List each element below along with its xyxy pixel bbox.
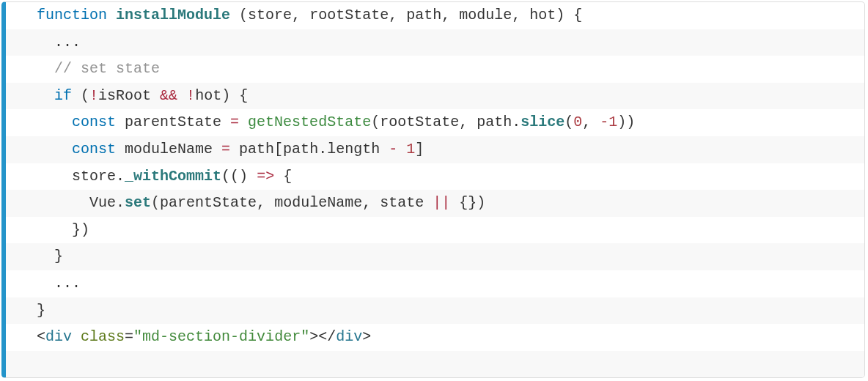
param: module <box>459 7 512 23</box>
punct: . <box>512 114 521 130</box>
brace: { <box>239 87 248 104</box>
param: store <box>248 7 292 23</box>
brace: } <box>54 248 63 265</box>
method: _withCommit <box>125 168 221 185</box>
punct: . <box>116 168 125 185</box>
param: hot <box>529 7 556 23</box>
punct: {}) <box>459 194 485 211</box>
punct: . <box>318 141 327 158</box>
code-block: function installModule (store, rootState… <box>1 1 865 378</box>
punct: , <box>362 194 380 211</box>
punct: }) <box>72 221 89 238</box>
punct: , <box>389 7 406 23</box>
identifier: length <box>327 141 389 158</box>
punct: ( <box>230 7 248 23</box>
operator: = <box>221 141 230 158</box>
brace: { <box>573 7 582 23</box>
code-line: ... <box>6 270 864 297</box>
string: "md-section-divider" <box>133 328 309 345</box>
method: slice <box>521 114 564 130</box>
punct: , <box>441 7 459 23</box>
attr: class <box>81 328 125 345</box>
punct <box>177 87 186 104</box>
comment: // set state <box>54 60 160 77</box>
punct: ( <box>371 114 380 130</box>
tag: div <box>336 328 362 345</box>
punct: () <box>230 168 248 185</box>
brace: } <box>37 302 45 319</box>
ellipsis: ... <box>54 34 81 51</box>
ellipsis: ... <box>54 275 81 292</box>
number: -1 <box>600 114 617 130</box>
code-line: function installModule (store, rootState… <box>6 2 864 29</box>
code-line: const moduleName = path[path.length - 1] <box>6 136 864 163</box>
punct: , <box>292 7 309 23</box>
identifier: moduleName <box>274 194 362 211</box>
punct: ) <box>556 7 573 23</box>
code-line: }) <box>6 217 864 244</box>
punct: ] <box>415 141 424 158</box>
punct: = <box>125 328 133 345</box>
identifier: rootState <box>380 114 459 130</box>
operator: || <box>433 194 450 211</box>
identifier: isRoot <box>98 87 160 104</box>
number: 0 <box>573 114 582 130</box>
identifier: moduleName <box>125 141 221 158</box>
callee: getNestedState <box>248 114 371 130</box>
punct: )) <box>617 114 635 130</box>
operator: - <box>389 141 397 158</box>
identifier: store <box>72 168 116 185</box>
punct: ( <box>72 87 89 104</box>
code-line: store._withCommit(() => { <box>6 163 864 190</box>
code-line: const parentState = getNestedState(rootS… <box>6 109 864 136</box>
keyword: if <box>54 87 72 104</box>
keyword: function <box>37 7 107 23</box>
identifier: hot) <box>195 87 239 104</box>
code-line: <div class="md-section-divider"></div> <box>6 324 864 351</box>
function-name: installModule <box>116 7 230 23</box>
operator: ! <box>186 87 195 104</box>
operator: = <box>230 114 239 130</box>
punct: ( <box>564 114 573 130</box>
code-line: ... <box>6 29 864 56</box>
keyword: const <box>72 141 116 158</box>
punct: , <box>582 114 600 130</box>
method: set <box>125 194 151 211</box>
punct: , <box>257 194 274 211</box>
punct: , <box>512 7 529 23</box>
param: path <box>406 7 441 23</box>
identifier: parentState <box>125 114 230 130</box>
keyword: const <box>72 114 116 130</box>
punct: > <box>309 328 318 345</box>
code-line: Vue.set(parentState, moduleName, state |… <box>6 190 864 217</box>
code-line: // set state <box>6 56 864 83</box>
punct: > <box>362 328 371 345</box>
punct: < <box>37 328 45 345</box>
operator: ! <box>89 87 98 104</box>
operator: && <box>160 87 177 104</box>
code-line: if (!isRoot && !hot) { <box>6 83 864 110</box>
identifier: state <box>380 194 433 211</box>
code-line-empty <box>6 351 864 378</box>
identifier: Vue <box>89 194 116 211</box>
param: rootState <box>309 7 389 23</box>
operator: => <box>257 168 274 185</box>
code-line: } <box>6 243 864 270</box>
punct: , <box>459 114 477 130</box>
brace: { <box>283 168 292 185</box>
identifier: path <box>477 114 512 130</box>
punct: ( <box>151 194 160 211</box>
identifier: parentState <box>160 194 257 211</box>
punct: . <box>116 194 125 211</box>
punct: </ <box>318 328 336 345</box>
number: 1 <box>406 141 415 158</box>
tag: div <box>45 328 72 345</box>
code-line: } <box>6 297 864 325</box>
punct: ( <box>221 168 230 185</box>
identifier: path[path <box>239 141 318 158</box>
